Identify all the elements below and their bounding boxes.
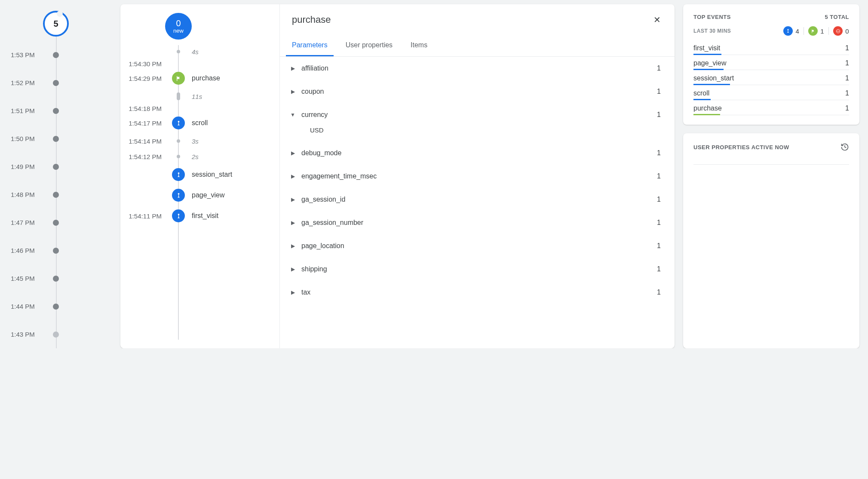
top-events-badges: 4 1 0	[783, 26, 849, 36]
svg-point-4	[788, 29, 789, 31]
tab-items[interactable]: Items	[405, 35, 433, 56]
top-event-count: 1	[845, 104, 849, 112]
minute-label: 1:43 PM	[0, 331, 41, 338]
touch-badge: 4	[783, 26, 799, 36]
seconds-event[interactable]: 1:54:17 PM scroll	[120, 113, 279, 133]
seconds-event[interactable]: page_view	[120, 185, 279, 206]
seconds-time: 1:54:17 PM	[120, 120, 168, 127]
parameter-row[interactable]: ▶ page_location 1	[280, 234, 675, 258]
parameter-count: 1	[657, 242, 661, 250]
seconds-event[interactable]: 1:54:11 PM first_visit	[120, 206, 279, 226]
minute-label: 1:53 PM	[0, 51, 41, 58]
top-event-count: 1	[845, 44, 849, 52]
seconds-time-marker: 1:54:18 PM	[120, 104, 279, 113]
top-event-count: 1	[845, 59, 849, 67]
error-icon	[833, 26, 843, 36]
minute-dot	[53, 136, 59, 142]
tab-user-properties[interactable]: User properties	[340, 35, 399, 56]
minute-label: 1:49 PM	[0, 163, 41, 170]
seconds-gap: 1:54:14 PM 3s	[120, 133, 279, 149]
tab-parameters[interactable]: Parameters	[286, 35, 334, 56]
parameter-count: 1	[657, 196, 661, 203]
expand-arrow-icon: ▶	[288, 266, 297, 272]
top-event-count: 1	[845, 89, 849, 97]
seconds-event[interactable]: 1:54:29 PM purchase	[120, 68, 279, 89]
close-icon[interactable]: ✕	[652, 13, 663, 27]
seconds-card: 0 new 4s1:54:30 PM1:54:29 PM purchase 11…	[120, 4, 675, 348]
parameter-row[interactable]: ▶ engagement_time_msec 1	[280, 165, 675, 188]
top-event-count: 1	[845, 74, 849, 82]
minute-dot	[53, 108, 59, 114]
touch-icon	[783, 26, 793, 36]
seconds-event[interactable]: session_start	[120, 164, 279, 185]
parameter-row[interactable]: ▼ currency 1	[280, 103, 675, 126]
parameter-name: debug_mode	[297, 149, 657, 157]
seconds-gap-text: 3s	[189, 138, 199, 145]
touch-count: 4	[795, 28, 799, 35]
top-event-name: page_view	[693, 59, 727, 67]
top-event-name: purchase	[693, 104, 722, 112]
minute-selected-ring[interactable]: 5	[43, 11, 69, 37]
minute-timeline: 5 1:53 PM 1:52 PM 1:51 PM 1:50 PM 1:49 P…	[0, 4, 112, 348]
top-event-name: first_visit	[693, 44, 720, 52]
detail-title: purchase	[292, 14, 331, 25]
minute-dot	[53, 248, 59, 254]
top-event-row[interactable]: scroll 1	[693, 85, 849, 100]
minute-label: 1:52 PM	[0, 79, 41, 86]
parameter-row[interactable]: ▶ debug_mode 1	[280, 141, 675, 165]
top-events-total: 5 TOTAL	[825, 14, 849, 20]
parameter-name: shipping	[297, 265, 657, 273]
seconds-header-circle[interactable]: 0 new	[165, 13, 192, 40]
parameter-row[interactable]: ▶ coupon 1	[280, 80, 675, 103]
top-event-row[interactable]: first_visit 1	[693, 40, 849, 55]
expand-arrow-icon: ▶	[288, 65, 297, 71]
top-event-name: scroll	[693, 89, 709, 97]
expand-arrow-icon: ▶	[288, 173, 297, 179]
gap-dot	[177, 139, 180, 143]
top-event-row[interactable]: page_view 1	[693, 55, 849, 70]
flag-count: 1	[820, 28, 824, 35]
error-count: 0	[845, 28, 849, 35]
parameter-count: 1	[657, 265, 661, 273]
parameter-row[interactable]: ▶ shipping 1	[280, 258, 675, 281]
seconds-time: 1:54:29 PM	[120, 75, 168, 82]
flag-badge: 1	[808, 26, 824, 36]
minute-selected-count: 5	[53, 19, 58, 29]
user-props-heading: USER PROPERTIES ACTIVE NOW	[693, 144, 789, 150]
seconds-gap: 11s	[120, 89, 279, 104]
top-event-row[interactable]: purchase 1	[693, 100, 849, 115]
parameter-name: ga_session_id	[297, 196, 657, 203]
seconds-time-marker: 1:54:30 PM	[120, 59, 279, 68]
history-icon[interactable]	[840, 143, 849, 151]
parameter-name: page_location	[297, 242, 657, 250]
parameter-row[interactable]: ▶ tax 1	[280, 281, 675, 304]
svg-point-3	[178, 213, 179, 215]
seconds-event-name: first_visit	[189, 212, 218, 220]
minute-dot	[53, 80, 59, 86]
expand-arrow-icon: ▶	[288, 150, 297, 156]
parameter-row[interactable]: ▶ affiliation 1	[280, 57, 675, 80]
expand-arrow-icon: ▶	[288, 197, 297, 203]
top-event-bar	[693, 114, 720, 115]
parameter-count: 1	[657, 64, 661, 72]
parameter-list[interactable]: ▶ affiliation 1▶ coupon 1▼ currency 1USD…	[280, 57, 675, 304]
seconds-gap-text: 11s	[189, 93, 202, 100]
svg-point-1	[178, 172, 179, 174]
parameter-row[interactable]: ▶ ga_session_id 1	[280, 188, 675, 211]
top-events-subheading: LAST 30 MINS	[693, 28, 731, 34]
minute-dot	[53, 276, 59, 282]
parameter-row[interactable]: ▶ ga_session_number 1	[280, 211, 675, 234]
touch-icon	[172, 189, 185, 202]
minute-dot	[53, 304, 59, 310]
minute-dot	[53, 220, 59, 226]
top-event-row[interactable]: session_start 1	[693, 70, 849, 85]
svg-point-2	[178, 193, 179, 194]
seconds-gap: 4s	[120, 44, 279, 59]
touch-icon	[172, 168, 185, 181]
detail-tabs: ParametersUser propertiesItems	[280, 35, 675, 57]
minute-label: 1:45 PM	[0, 275, 41, 282]
parameter-name: ga_session_number	[297, 219, 657, 227]
minute-label: 1:44 PM	[0, 303, 41, 310]
seconds-header-sub: new	[173, 28, 184, 34]
top-events-card: TOP EVENTS 5 TOTAL LAST 30 MINS 4	[683, 4, 859, 125]
